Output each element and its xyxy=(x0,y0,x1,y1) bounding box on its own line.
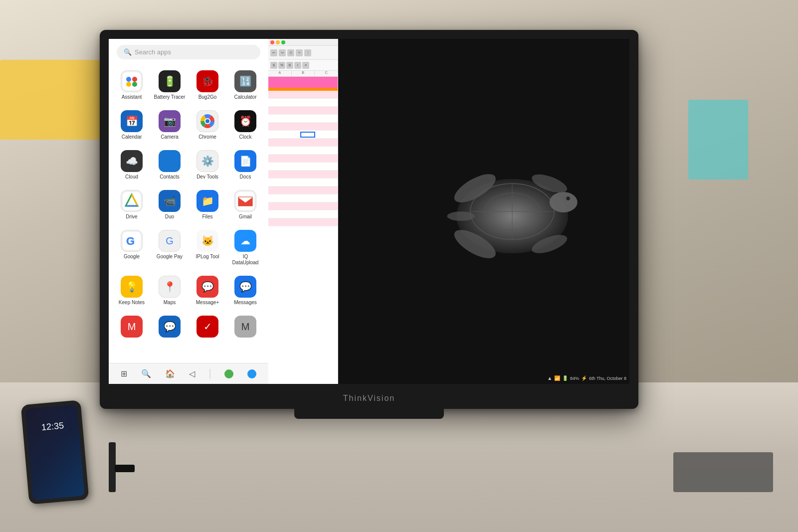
app-item-messages[interactable]: 💬Messages xyxy=(227,272,263,310)
spreadsheet-panel: ↩ ↪ ⎙ + ⋮ $ % B I ≡ A xyxy=(268,39,338,384)
tb2-d[interactable]: I xyxy=(294,62,301,69)
bg-yellow-object xyxy=(0,60,100,140)
sheet-row-4[interactable] xyxy=(268,115,338,123)
window-controls xyxy=(268,39,338,46)
app-item-bug2go[interactable]: 🐞Bug2Go xyxy=(190,66,225,104)
selected-cell[interactable] xyxy=(300,132,315,138)
app-item-camera[interactable]: 📷Camera xyxy=(152,106,188,144)
app-item-google[interactable]: G G Google xyxy=(114,226,150,270)
app-icon-camera: 📷 xyxy=(159,110,181,132)
tb2-a[interactable]: $ xyxy=(270,62,277,69)
svg-point-1 xyxy=(126,77,131,82)
sheet-row-5[interactable] xyxy=(268,123,338,131)
app-name-22: Message+ xyxy=(196,300,219,306)
taskbar-divider xyxy=(209,369,210,379)
max-btn[interactable] xyxy=(281,40,285,44)
tb-undo[interactable]: ↩ xyxy=(270,49,277,56)
sheet-row-14[interactable] xyxy=(268,194,338,202)
app-item-iq-dataupload[interactable]: ☁IQ DataUpload xyxy=(227,226,263,270)
sheet-row-15[interactable] xyxy=(268,202,338,210)
app-item-files[interactable]: 📁Files xyxy=(190,186,225,224)
app-item-dev-tools[interactable]: ⚙️Dev Tools xyxy=(190,146,225,184)
taskbar-app-2[interactable] xyxy=(247,369,256,378)
taskbar-search-icon[interactable]: 🔍 xyxy=(141,369,151,378)
col-headers: A B C xyxy=(268,71,338,77)
app-item-cloud[interactable]: ☁️Cloud xyxy=(114,146,150,184)
min-btn[interactable] xyxy=(276,40,280,44)
app-item-clock[interactable]: ⏰Clock xyxy=(227,106,263,144)
sheet-row-8[interactable] xyxy=(268,147,338,155)
app-icon-maps: 📍 xyxy=(159,276,181,298)
tray-battery-icon: 🔋 xyxy=(562,375,568,381)
app-item-docs[interactable]: 📄Docs xyxy=(227,146,263,184)
app-icon-clock: ⏰ xyxy=(234,110,256,132)
close-btn[interactable] xyxy=(270,40,274,44)
svg-text:G: G xyxy=(126,235,135,247)
app-name-2: Bug2Go xyxy=(199,94,217,100)
taskbar-app-1[interactable] xyxy=(224,369,233,378)
app-item-iplog-tool[interactable]: 🐱IPLog Tool xyxy=(190,226,225,270)
app-item-maps[interactable]: 📍Maps xyxy=(152,272,188,310)
monitor-screen: 🔍 Search apps Assistant🔋Battery Tracer🐞B… xyxy=(109,39,629,384)
app-item-27[interactable]: M xyxy=(227,312,263,344)
sheet-row-13[interactable] xyxy=(268,186,338,194)
tray-battery-pct: 84% xyxy=(570,376,579,381)
app-icon-chrome xyxy=(197,110,218,132)
tb2-c[interactable]: B xyxy=(286,62,293,69)
brand-label: ThinkVision xyxy=(343,394,395,403)
app-name-9: Contacts xyxy=(160,174,179,180)
app-item-calculator[interactable]: 🔢Calculator xyxy=(227,66,263,104)
app-item-26[interactable]: ✓ xyxy=(190,312,225,344)
sheet-row-1[interactable] xyxy=(268,91,338,99)
sheet-row-3[interactable] xyxy=(268,107,338,115)
tb-print[interactable]: ⎙ xyxy=(287,49,294,56)
sheet-row-16[interactable] xyxy=(268,210,338,218)
app-item-keep-notes[interactable]: 💡Keep Notes xyxy=(114,272,150,310)
tb-redo[interactable]: ↪ xyxy=(279,49,286,56)
search-bar[interactable]: 🔍 Search apps xyxy=(117,45,260,59)
keyboard xyxy=(673,452,773,492)
spreadsheet-toolbar1: ↩ ↪ ⎙ + ⋮ xyxy=(268,46,338,60)
svg-point-7 xyxy=(205,119,209,123)
app-item-drive[interactable]: Drive xyxy=(114,186,150,224)
sheet-row-9[interactable] xyxy=(268,155,338,163)
app-name-5: Camera xyxy=(161,134,179,140)
app-item-google-pay[interactable]: GGoogle Pay xyxy=(152,226,188,270)
app-name-1: Battery Tracer xyxy=(154,94,186,100)
app-icon-assistant xyxy=(121,70,143,92)
app-item-gmail[interactable]: Gmail xyxy=(227,186,263,224)
app-icon-gpay: G xyxy=(159,230,181,252)
app-item-contacts[interactable]: 👤Contacts xyxy=(152,146,188,184)
sheet-row-17[interactable] xyxy=(268,218,338,226)
app-name-16: Google xyxy=(124,254,140,260)
svg-point-4 xyxy=(132,82,137,87)
app-icon-google: G G xyxy=(121,230,143,252)
app-icon-files: 📁 xyxy=(197,190,218,212)
app-item-calendar[interactable]: 📅Calendar xyxy=(114,106,150,144)
sheet-row-6[interactable] xyxy=(268,131,338,139)
tb-more[interactable]: ⋮ xyxy=(304,49,311,56)
sheet-row-12[interactable] xyxy=(268,178,338,186)
taskbar-grid-icon[interactable]: ⊞ xyxy=(121,369,127,378)
app-item-duo[interactable]: 📹Duo xyxy=(152,186,188,224)
app-item-25[interactable]: 💬 xyxy=(152,312,188,344)
app-item-message+[interactable]: 💬Message+ xyxy=(190,272,225,310)
app-name-3: Calculator xyxy=(234,94,256,100)
sheet-row-10[interactable] xyxy=(268,163,338,171)
tb2-b[interactable]: % xyxy=(278,62,285,69)
sheet-row-2[interactable] xyxy=(268,99,338,107)
sheet-row-11[interactable] xyxy=(268,171,338,178)
app-grid: Assistant🔋Battery Tracer🐞Bug2Go🔢Calculat… xyxy=(109,63,268,363)
taskbar-back-icon[interactable]: ◁ xyxy=(189,369,195,378)
app-item-battery-tracer[interactable]: 🔋Battery Tracer xyxy=(152,66,188,104)
taskbar-home-icon[interactable]: 🏠 xyxy=(165,369,175,378)
app-item-chrome[interactable]: Chrome xyxy=(190,106,225,144)
tb-plus[interactable]: + xyxy=(296,49,303,56)
tb2-e[interactable]: ≡ xyxy=(302,62,309,69)
phone-time: 12:35 xyxy=(41,420,64,433)
sheet-row-7[interactable] xyxy=(268,139,338,147)
app-item-24[interactable]: M xyxy=(114,312,150,344)
app-item-assistant[interactable]: Assistant xyxy=(114,66,150,104)
app-name-23: Messages xyxy=(234,300,257,306)
app-icon-motorola1: M xyxy=(121,316,143,338)
